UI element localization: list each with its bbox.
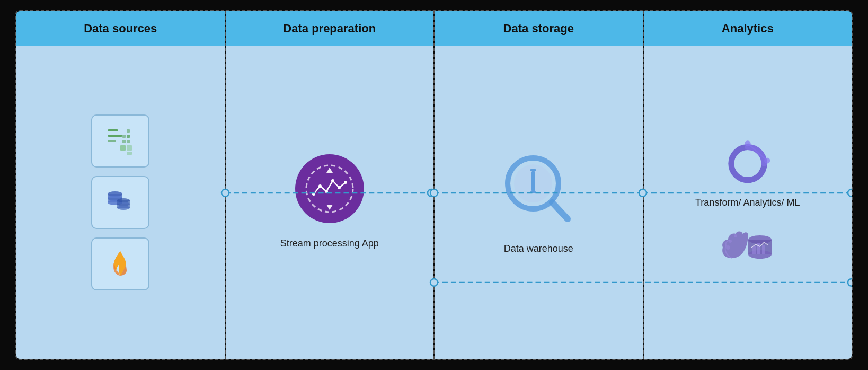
col-header-data-sources: Data sources [16, 11, 225, 46]
analytics-ml-icon [719, 218, 777, 271]
svg-line-37 [748, 143, 767, 160]
svg-rect-1 [108, 135, 122, 137]
warehouse-label-text: Data warehouse [504, 243, 573, 254]
svg-rect-6 [127, 140, 130, 143]
stream-processing-icon [295, 154, 364, 223]
svg-rect-45 [757, 243, 760, 254]
col-header-label-storage: Data storage [503, 22, 574, 35]
svg-rect-2 [108, 140, 116, 142]
svg-point-23 [318, 184, 322, 188]
svg-point-38 [726, 245, 730, 250]
firebase-icon [103, 247, 137, 281]
database-stack-icon-box [91, 176, 149, 229]
svg-rect-4 [127, 129, 130, 133]
col-content-data-storage: Data warehouse [435, 46, 643, 359]
architecture-diagram: Data sources [15, 10, 853, 360]
data-grid-icon [103, 124, 137, 158]
svg-point-25 [331, 179, 334, 182]
svg-rect-8 [120, 145, 126, 151]
col-content-data-sources [16, 46, 225, 359]
svg-rect-5 [122, 140, 126, 143]
col-header-label: Data sources [84, 22, 157, 35]
svg-point-39 [729, 240, 732, 243]
column-data-storage: Data storage [435, 11, 644, 359]
svg-rect-46 [762, 245, 765, 254]
svg-point-27 [344, 181, 347, 184]
svg-rect-44 [752, 246, 756, 254]
analytics-icons: Transform/ Analytics/ ML [695, 134, 800, 271]
svg-rect-30 [530, 169, 536, 171]
svg-rect-9 [127, 145, 132, 151]
svg-rect-3 [122, 135, 126, 138]
warehouse-label: Data warehouse [504, 242, 573, 256]
analytics-label-text: Transform/ Analytics/ ML [695, 197, 800, 208]
database-stack-icon [103, 186, 137, 219]
svg-point-24 [325, 190, 328, 193]
analytics-circle-icon [721, 134, 774, 187]
col-content-analytics: Transform/ Analytics/ ML [644, 46, 852, 359]
column-data-sources: Data sources [16, 11, 226, 359]
stream-label-text: Stream processing App [280, 238, 379, 249]
svg-line-33 [552, 202, 568, 219]
stream-circle-svg [303, 162, 356, 215]
warehouse-svg [499, 149, 578, 228]
svg-rect-32 [530, 191, 536, 193]
col-header-data-preparation: Data preparation [226, 11, 434, 46]
column-analytics: Analytics Transf [644, 11, 852, 359]
svg-rect-0 [108, 129, 118, 131]
columns-row: Data sources [16, 11, 852, 359]
svg-rect-10 [127, 152, 132, 155]
col-content-data-preparation: Stream processing App [226, 46, 434, 359]
data-grid-icon-box [91, 114, 149, 168]
col-header-label-prep: Data preparation [283, 22, 376, 35]
svg-rect-7 [127, 135, 130, 138]
analytics-transform-label: Transform/ Analytics/ ML [695, 196, 800, 210]
column-data-preparation: Data preparation [226, 11, 435, 359]
col-header-data-storage: Data storage [435, 11, 643, 46]
col-header-label-analytics: Analytics [722, 22, 774, 35]
svg-rect-31 [531, 171, 535, 191]
col-header-analytics: Analytics [644, 11, 852, 46]
svg-point-20 [117, 206, 130, 210]
svg-point-22 [312, 192, 315, 196]
firebase-icon-box [91, 237, 149, 290]
warehouse-icon-container [499, 149, 578, 228]
svg-point-40 [734, 234, 737, 237]
stream-label: Stream processing App [280, 237, 379, 250]
svg-point-26 [338, 186, 341, 189]
